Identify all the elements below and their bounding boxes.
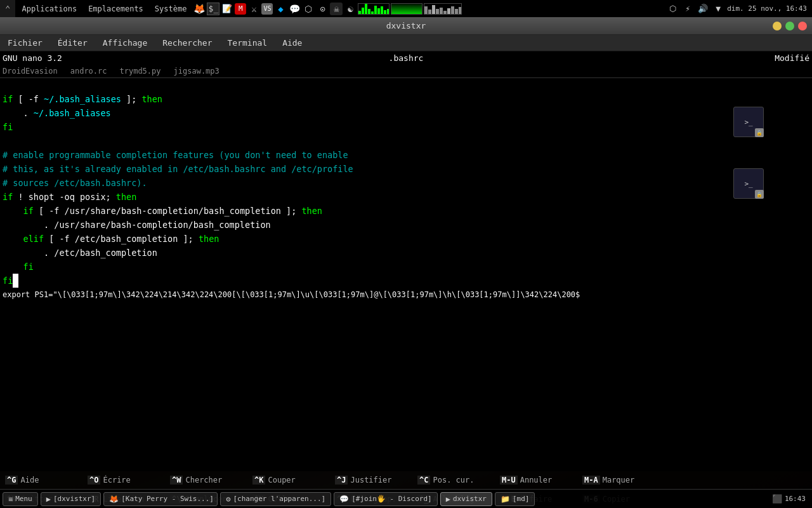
label-chercher: Chercher: [185, 476, 222, 485]
menu-rechercher[interactable]: Rechercher: [155, 35, 219, 51]
bluetooth-icon[interactable]: ⚡: [681, 3, 694, 15]
task-discord[interactable]: 💬 [#join🖐 - Discord]: [334, 492, 438, 506]
app-icon-1[interactable]: M: [235, 3, 246, 15]
app-icon-7[interactable]: ⊙: [316, 3, 329, 15]
task-dxvistxr2[interactable]: ▶ dxvistxr: [440, 492, 492, 506]
key-c: ^C: [417, 476, 430, 485]
key-ma: M-A: [582, 476, 600, 485]
label-justifier: Justifier: [350, 476, 391, 485]
app-icon-6[interactable]: ⬡: [302, 3, 315, 15]
discord-tray-icon[interactable]: ⬡: [666, 3, 679, 15]
maximize-button[interactable]: [785, 22, 794, 30]
task-changer-label: [changer l'apparen...]: [233, 495, 325, 503]
kw-fi-2: fi: [23, 260, 34, 274]
menu-icon: ≡: [8, 495, 13, 504]
shortcut-marquer[interactable]: M-A Marquer: [577, 476, 660, 485]
cursor: [13, 274, 18, 288]
androbot-label: androbot.sh: [715, 140, 782, 152]
androbot-icon-img: >_ 🔒: [733, 107, 764, 137]
menubar-applications[interactable]: Applications: [16, 0, 82, 17]
menu-editer[interactable]: Éditer: [50, 35, 95, 51]
firefox-icon[interactable]: 🦊: [193, 3, 206, 15]
nano-version: GNU nano 3.2: [3, 53, 62, 63]
task-md-label: [md]: [513, 495, 530, 503]
icon-androbot[interactable]: >_ 🔒 androbot.sh: [723, 107, 774, 152]
filelist-trymd5[interactable]: trymd5.py: [120, 67, 161, 76]
menu-terminal[interactable]: Terminal: [220, 35, 275, 51]
code-text-16: export PS1="\[\033[1;97m\]\342\224\214\3…: [3, 288, 580, 302]
kw-then-1: then: [141, 92, 162, 106]
shortcut-annuler[interactable]: M-U Annuler: [495, 476, 577, 485]
kw-then-4: then: [199, 232, 219, 246]
menubar-right: ⬡ ⚡ 🔊 ▼ dim. 25 nov., 16:43: [666, 3, 812, 15]
key-mu: M-U: [500, 476, 518, 485]
key-k: ^K: [252, 476, 265, 485]
terminal-title: dxvistxr: [386, 21, 426, 30]
task-changer[interactable]: ⚙ [changer l'apparen...]: [220, 492, 331, 506]
code-line-8: # sources /etc/bash.bashrc).: [0, 176, 812, 190]
app-icon-3[interactable]: VS: [261, 3, 273, 15]
task-firefox[interactable]: 🦊 [Katy Perry - Swis...]: [103, 492, 218, 506]
menubar-arrow-left[interactable]: ⌃: [0, 0, 15, 17]
task-dxvistxr-label: [dxvistxr]: [53, 495, 95, 503]
code-line-13: . /etc/bash_completion: [0, 246, 812, 260]
code-text-2c: ];: [121, 92, 142, 106]
filelist-androrc[interactable]: andro.rc: [70, 67, 107, 76]
kw-then-2: then: [116, 190, 137, 204]
task-menu[interactable]: ≡ Menu: [3, 492, 38, 506]
net-graph: [391, 3, 422, 15]
menubar-systeme[interactable]: Système: [150, 0, 192, 17]
shortcut-couper[interactable]: ^K Couper: [247, 476, 330, 485]
texteditor-icon[interactable]: 📝: [221, 3, 233, 15]
terminal-icon2[interactable]: $_: [207, 3, 219, 15]
shortcut-justifier[interactable]: ^J Justifier: [330, 476, 412, 485]
cpu-graph2: [424, 3, 462, 15]
task-md[interactable]: 📁 [md]: [495, 492, 535, 506]
menubar-emplacements[interactable]: Emplacements: [83, 0, 148, 17]
icon-evil-droid[interactable]: >_ 🔒 evil-droid: [723, 168, 774, 225]
app-icon-8[interactable]: ☠: [330, 3, 343, 15]
menubar: ⌃ Applications Emplacements Système 🦊 $_…: [0, 0, 812, 17]
filelist-droidevasion[interactable]: DroidEvasion: [3, 67, 58, 76]
app-icon-2[interactable]: ⚔: [247, 3, 260, 15]
shortcut-poscur[interactable]: ^C Pos. cur.: [412, 476, 495, 485]
kw-if-2: if: [3, 190, 13, 204]
shortcut-chercher[interactable]: ^W Chercher: [165, 476, 247, 485]
nano-status-line: [0, 458, 812, 471]
label-aide: Aide: [20, 476, 39, 485]
filelist-jigsaw[interactable]: jigsaw.mp3: [174, 67, 219, 76]
terminal-menubar: Fichier Éditer Affichage Rechercher Term…: [0, 35, 812, 51]
minimize-button[interactable]: [773, 22, 782, 30]
code-line-12: elif [ -f /etc/bash_completion ]; then: [0, 232, 812, 246]
shortcut-aide[interactable]: ^G Aide: [0, 476, 82, 485]
close-button[interactable]: [798, 22, 807, 30]
code-line-14: fi: [0, 260, 812, 274]
terminal-titlebar: dxvistxr: [0, 17, 812, 35]
app-icon-4[interactable]: ◆: [274, 3, 287, 15]
menu-fichier[interactable]: Fichier: [0, 35, 50, 51]
task-dxvistxr2-label: dxvistxr: [453, 495, 487, 503]
task-dxvistxr-term[interactable]: ▶ [dxvistxr]: [41, 492, 101, 506]
volume-icon[interactable]: 🔊: [697, 3, 709, 15]
network-icon[interactable]: ▼: [712, 3, 724, 15]
nano-filelist: DroidEvasion andro.rc trymd5.py jigsaw.m…: [0, 64, 812, 78]
shortcut-ecrire[interactable]: ^O Écrire: [82, 476, 165, 485]
code-line-16: export PS1="\[\033[1;97m\]\342\224\214\3…: [0, 288, 812, 302]
code-line-15: fi: [0, 274, 812, 288]
md-task-icon: 📁: [501, 495, 510, 504]
label-annuler: Annuler: [520, 476, 553, 485]
app-icon-5[interactable]: 💬: [288, 3, 301, 15]
editor-area[interactable]: if [ -f ~/.bash_aliases ]; then . ~/.bas…: [0, 78, 812, 458]
shortcut-bar-top: ^G Aide ^O Écrire ^W Chercher ^K Couper …: [0, 471, 812, 490]
menu-aide[interactable]: Aide: [275, 35, 310, 51]
menubar-left: ⌃ Applications Emplacements Système 🦊 $_…: [0, 0, 666, 17]
comment-2: # this, as it's already enabled in /etc/…: [3, 162, 353, 176]
app-icon-9[interactable]: ☯: [344, 3, 357, 15]
evil-droid-label: evil-droid: [723, 201, 774, 225]
menu-affichage[interactable]: Affichage: [95, 35, 155, 51]
code-text-3b: ~/.bash_aliases: [34, 106, 111, 120]
key-g: ^G: [5, 476, 18, 485]
key-j: ^J: [335, 476, 348, 485]
nano-filename: .bashrc: [389, 53, 424, 63]
systray-terminal-icon[interactable]: ⬛: [772, 494, 782, 504]
